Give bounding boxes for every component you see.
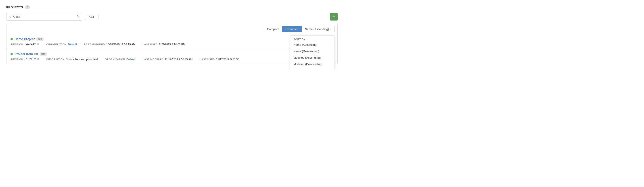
status-dot-0 xyxy=(10,38,13,40)
last-modified-value-1: 11/12/2019 9:56:45 PM xyxy=(164,58,192,61)
desc-value-1: Shows the description field xyxy=(66,58,98,61)
meta-separator-5 xyxy=(137,58,141,61)
revision-label-1: REVISION xyxy=(10,58,23,61)
last-used-value-0: 11/4/2019 2:14:03 PM xyxy=(159,43,185,46)
search-container xyxy=(6,13,82,20)
project-name-link-0[interactable]: Demo Project xyxy=(14,37,34,41)
copy-icon-1[interactable]: ⧉ xyxy=(37,58,39,61)
last-modified-value-0: 10/28/2019 11:53:19 AM xyxy=(106,43,136,46)
sort-option-1[interactable]: Name (Descending) xyxy=(290,48,334,54)
sort-option-2[interactable]: Modified (Ascending) xyxy=(290,54,334,61)
add-project-button[interactable]: + xyxy=(330,13,338,20)
compact-view-button[interactable]: Compact xyxy=(264,26,282,32)
page-title: PROJECTS xyxy=(6,5,23,9)
status-dot-1 xyxy=(10,53,13,55)
key-button[interactable]: KEY xyxy=(85,14,98,20)
project-row-1: Project from Git GIT REVISION 818fd82 ⧉ … xyxy=(6,49,338,64)
project-row-title-1: Project from Git GIT xyxy=(10,52,334,56)
page-container: PROJECTS 2 KEY + Compact Expanded Name (… xyxy=(0,0,344,69)
sort-dropdown-button[interactable]: Name (Ascending) ▾ xyxy=(302,26,335,32)
toolbar: KEY + xyxy=(6,13,338,20)
chevron-down-icon: ▾ xyxy=(330,28,332,30)
project-name-link-1[interactable]: Project from Git xyxy=(14,52,38,56)
revision-value-0: 347e44f xyxy=(24,43,36,46)
search-input[interactable] xyxy=(9,15,76,18)
count-badge: 2 xyxy=(25,5,30,9)
last-used-label-0: LAST USED xyxy=(142,43,158,46)
meta-separator-1 xyxy=(78,43,83,46)
org-value-0[interactable]: Default xyxy=(68,43,77,46)
search-icon xyxy=(76,15,80,18)
project-meta-0: REVISION 347e44f ⧉ ORGANIZATION Default … xyxy=(10,43,334,46)
git-badge-1: GIT xyxy=(40,52,47,56)
revision-label-0: REVISION xyxy=(10,43,23,46)
project-meta-1: REVISION 818fd82 ⧉ DESCRIPTION Shows the… xyxy=(10,58,334,61)
svg-line-1 xyxy=(78,17,80,18)
org-label-0: ORGANIZATION xyxy=(46,43,66,46)
projects-table: Compact Expanded Name (Ascending) ▾ SORT… xyxy=(6,24,338,64)
copy-icon-0[interactable]: ⧉ xyxy=(37,43,39,46)
org-value-1[interactable]: Default xyxy=(126,58,136,61)
expanded-view-button[interactable]: Expanded xyxy=(282,26,302,32)
meta-separator-3 xyxy=(40,58,45,61)
sort-dropdown-wrapper: Name (Ascending) ▾ SORT BY Name (Ascendi… xyxy=(302,26,335,32)
project-row-0: Demo Project GIT REVISION 347e44f ⧉ ORGA… xyxy=(6,34,338,49)
last-modified-label-0: LAST MODIFIED xyxy=(84,43,105,46)
sort-option-4[interactable]: Last Used (Ascending) xyxy=(290,67,334,69)
revision-value-1: 818fd82 xyxy=(24,58,36,61)
search-button[interactable] xyxy=(76,15,80,18)
last-modified-label-1: LAST MODIFIED xyxy=(143,58,164,61)
sort-section-label: SORT BY xyxy=(290,36,334,41)
sort-label: Name (Ascending) xyxy=(305,27,329,31)
last-used-value-1: 11/12/2019 9:53:36 xyxy=(216,58,239,61)
meta-separator-4 xyxy=(99,58,104,61)
git-badge-0: GIT xyxy=(36,37,43,41)
project-row-title-0: Demo Project GIT xyxy=(10,37,334,41)
sort-dropdown-menu: SORT BY Name (Ascending) Name (Descendin… xyxy=(290,35,335,69)
page-header: PROJECTS 2 xyxy=(6,5,338,9)
meta-separator-6 xyxy=(194,58,198,61)
sort-option-0[interactable]: Name (Ascending) xyxy=(290,41,334,48)
last-used-label-1: LAST USED xyxy=(200,58,214,61)
desc-label-1: DESCRIPTION xyxy=(46,58,64,61)
meta-separator-0 xyxy=(40,43,45,46)
meta-separator-2 xyxy=(137,43,141,46)
sort-option-3[interactable]: Modified (Descending) xyxy=(290,61,334,67)
table-header-row: Compact Expanded Name (Ascending) ▾ SORT… xyxy=(6,24,338,34)
org-label-1: ORGANIZATION xyxy=(105,58,125,61)
